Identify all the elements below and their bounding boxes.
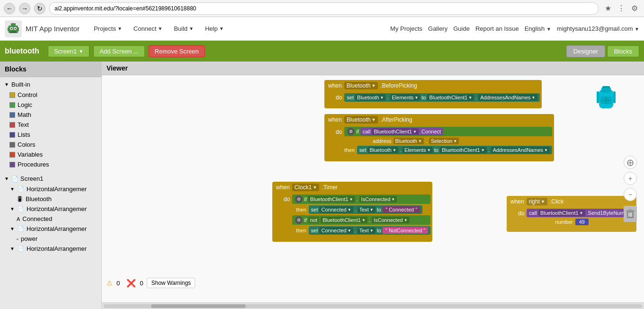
lists-color	[9, 132, 15, 138]
horizontal-scrollbar[interactable]	[102, 302, 644, 309]
svg-point-5	[11, 27, 12, 29]
browser-bar: ← → ↻ ★ ⋮ ⚙	[0, 0, 644, 17]
language-selector[interactable]: English ▼	[525, 25, 551, 32]
built-in-section: ▼ Built-in Control Logic Math Text Li	[0, 77, 101, 171]
main-layout: Blocks ▼ Built-in Control Logic Math T	[0, 62, 644, 309]
bluetooth-item[interactable]: 📳 Bluetooth	[0, 194, 101, 204]
report-link[interactable]: Report an Issue	[475, 25, 519, 32]
nav-projects[interactable]: Projects ▼	[89, 22, 127, 35]
build-arrow: ▼	[189, 26, 194, 31]
clock-timer-block[interactable]: when Clock1 ▼ .Timer do ⚙ if BluetoothCl…	[272, 182, 432, 242]
zoom-in-tool[interactable]: +	[624, 172, 637, 185]
screen1-toggle[interactable]: ▼ 📄 Screen1	[0, 173, 101, 184]
bookmark-icon[interactable]: ★	[602, 3, 614, 14]
after-picking-block[interactable]: when Bluetooth ▼ .AfterPicking do ⚙ if c…	[324, 114, 554, 161]
harr1-toggle[interactable]: ▼ 📄 HorizontalArrangemer	[0, 184, 101, 194]
blocks-button[interactable]: Blocks	[607, 45, 639, 57]
show-warnings-button[interactable]: Show Warnings	[147, 278, 195, 288]
harr4-expand: ▼	[9, 246, 15, 252]
text-color	[9, 122, 15, 128]
colors-color	[9, 142, 15, 148]
screen1-expand: ▼	[4, 176, 9, 182]
menu-icon[interactable]: ⋮	[616, 3, 627, 14]
right-click-block[interactable]: when right ▼ .Click do call BluetoothCli…	[507, 196, 636, 232]
viewer: Viewer when	[102, 62, 644, 309]
control-color	[9, 92, 15, 98]
sidebar-item-procedures[interactable]: Procedures	[0, 159, 101, 169]
trash-icon[interactable]	[624, 206, 637, 222]
url-bar[interactable]	[49, 2, 599, 15]
bluetooth-icon: 📳	[17, 196, 23, 202]
connected-item[interactable]: A Connected	[0, 214, 101, 224]
nav-connect[interactable]: Connect ▼	[129, 22, 167, 35]
user-menu[interactable]: mightysanu123@gmail.com ▼	[557, 25, 639, 32]
harr1-expand: ▼	[9, 186, 15, 192]
variables-color	[9, 152, 15, 158]
sidebar-header: Blocks	[0, 62, 101, 77]
target-tool[interactable]: ⨁	[624, 156, 637, 169]
gallery-link[interactable]: Gallery	[428, 25, 447, 32]
warning-bar: ⚠ 0 ❌ 0 Show Warnings	[107, 278, 195, 288]
math-color	[9, 112, 15, 118]
error-icon: ❌	[126, 279, 136, 288]
harr4-toggle[interactable]: ▼ 📄 HorizontalArrangemer	[0, 244, 101, 254]
app-logo: MIT App Inventor	[5, 20, 80, 37]
viewer-canvas[interactable]: when Bluetooth ▼ .BeforePicking do set B…	[102, 75, 644, 302]
nav-help[interactable]: Help ▼	[200, 22, 229, 35]
built-in-toggle[interactable]: ▼ Built-in	[0, 79, 101, 90]
help-arrow: ▼	[219, 26, 224, 31]
svg-rect-12	[602, 86, 610, 88]
procedures-color	[9, 162, 15, 168]
viewer-tools: ⨁ + −	[624, 156, 637, 222]
sidebar: Blocks ▼ Built-in Control Logic Math T	[0, 62, 102, 309]
connect-arrow: ▼	[158, 26, 162, 31]
harr3-toggle[interactable]: ▼ 📄 HorizontalArrangemer	[0, 224, 101, 234]
svg-rect-9	[18, 27, 19, 31]
app-nav: MIT App Inventor Projects ▼ Connect ▼ Bu…	[0, 17, 644, 41]
svg-rect-17	[613, 91, 616, 103]
my-projects-link[interactable]: My Projects	[390, 25, 422, 32]
sidebar-item-math[interactable]: Math	[0, 110, 101, 120]
svg-rect-7	[10, 31, 16, 33]
remove-screen-button[interactable]: Remove Screen	[149, 45, 205, 57]
connected-icon: A	[17, 216, 20, 222]
back-button[interactable]: ←	[4, 3, 15, 14]
logic-color	[9, 102, 15, 108]
designer-button[interactable]: Designer	[566, 45, 605, 57]
designer-blocks-toggle: Designer Blocks	[566, 45, 639, 57]
projects-arrow: ▼	[117, 26, 122, 31]
sidebar-item-variables[interactable]: Variables	[0, 150, 101, 159]
screen1-section: ▼ 📄 Screen1 ▼ 📄 HorizontalArrangemer 📳 B…	[0, 171, 101, 256]
project-toolbar: bluetooth Screen1 ▼ Add Screen ... Remov…	[0, 41, 644, 62]
scrollbar-thumb[interactable]	[151, 304, 246, 308]
sidebar-item-colors[interactable]: Colors	[0, 140, 101, 150]
error-count: 0	[140, 280, 143, 287]
harr2-expand: ▼	[9, 206, 15, 212]
before-picking-block[interactable]: when Bluetooth ▼ .BeforePicking do set B…	[324, 80, 542, 108]
refresh-button[interactable]: ↻	[34, 3, 45, 14]
power-icon: ▫	[17, 236, 18, 242]
settings-icon[interactable]: ⚙	[629, 3, 640, 14]
sidebar-item-logic[interactable]: Logic	[0, 100, 101, 110]
warning-count: 0	[116, 280, 120, 287]
nav-build[interactable]: Build ▼	[169, 22, 198, 35]
sidebar-item-control[interactable]: Control	[0, 90, 101, 100]
project-name: bluetooth	[5, 47, 39, 55]
screen1-button[interactable]: Screen1 ▼	[48, 45, 89, 57]
zoom-out-tool[interactable]: −	[624, 188, 637, 201]
built-in-expand: ▼	[4, 82, 9, 88]
svg-rect-20	[629, 209, 632, 211]
harr3-expand: ▼	[9, 226, 15, 232]
guide-link[interactable]: Guide	[453, 25, 470, 32]
scrollbar-track	[104, 304, 642, 308]
harr2-toggle[interactable]: ▼ 📄 HorizontalArrangemer	[0, 204, 101, 214]
backpack-icon	[592, 85, 620, 117]
svg-point-6	[15, 27, 16, 29]
sidebar-item-text[interactable]: Text	[0, 120, 101, 130]
viewer-header: Viewer	[102, 62, 644, 75]
robot-svg	[6, 22, 20, 36]
power-item[interactable]: ▫ power	[0, 234, 101, 244]
forward-button[interactable]: →	[19, 3, 30, 14]
add-screen-button[interactable]: Add Screen ...	[93, 45, 144, 57]
sidebar-item-lists[interactable]: Lists	[0, 130, 101, 140]
